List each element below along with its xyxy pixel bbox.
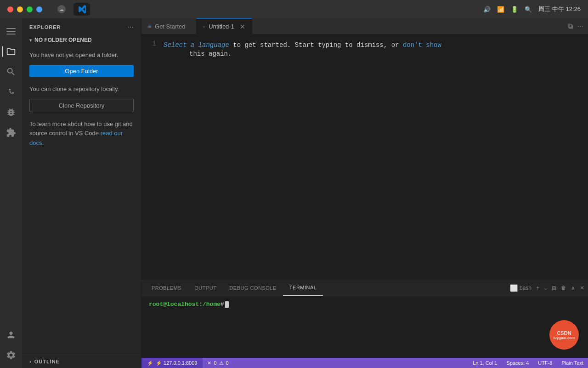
source-control-activity-icon[interactable] [2,83,20,101]
status-encoding[interactable]: UTF-8 [533,358,557,368]
tab-close-button[interactable]: ✕ [240,23,245,30]
tab-debug-console[interactable]: DEBUG CONSOLE [223,280,283,296]
tab-get-started[interactable]: ≡ Get Started [141,18,197,34]
tab-icon-untitled1: ▫ [203,23,205,30]
no-folder-header[interactable]: ▾ NO FOLDER OPENED [29,35,134,45]
terminal-actions: ⬜ bash + ⌵ ⊞ 🗑 ∧ [510,284,584,292]
close-button[interactable] [7,6,13,12]
editor-line-2: this again. [141,50,588,58]
tab-untitled1[interactable]: ▫ Untitled-1 ✕ [197,18,252,34]
activity-bar [0,18,22,368]
tab-icon-get-started: ≡ [148,23,151,29]
remote-label: ⚡ 127.0.0.1:8009 [156,360,197,366]
icloud-icon: ☁ [57,4,67,14]
terminal-prompt-user: root@localhost:/home [149,301,220,308]
sidebar-title: Explorer [29,24,61,30]
error-icon: ✕ [207,360,211,366]
tab-bar-actions: ⧉ ··· [563,18,588,34]
terminal-panel: PROBLEMS OUTPUT DEBUG CONSOLE TERMINAL ⬜… [141,280,588,358]
more-actions-icon[interactable]: ··· [577,22,583,30]
tab-label-get-started: Get Started [155,23,185,30]
extensions-activity-icon[interactable] [2,123,20,142]
titlebar-right: 🔊 📶 🔋 🔍 周三 中午 12:26 [483,5,581,13]
settings-activity-icon[interactable] [2,346,20,364]
status-errors[interactable]: ✕ 0 ⚠ 0 [203,358,233,368]
status-left: ⚡ ⚡ 127.0.0.1:8009 ✕ 0 ⚠ 0 [141,358,233,368]
sidebar-header: Explorer ··· [22,18,141,35]
terminal-add-button[interactable]: + [536,285,539,291]
close-icon: ✕ [580,285,584,291]
sound-icon: 🔊 [483,6,491,13]
chevron-right-icon: › [29,359,32,364]
position-label: Ln 1, Col 1 [473,360,497,366]
warning-icon: ⚠ [219,360,224,366]
error-count: 0 [214,360,216,366]
open-folder-button[interactable]: Open Folder [29,65,134,77]
split-editor-icon[interactable]: ⧉ [568,22,573,30]
tab-bar: ≡ Get Started ▫ Untitled-1 ✕ ⧉ ··· [141,18,588,34]
vscode-layout: Explorer ··· ▾ NO FOLDER OPENED You have… [0,18,588,368]
bash-icon: ⬜ [510,284,518,292]
terminal-content[interactable]: root@localhost:/home# [141,296,588,358]
tab-label-untitled1: Untitled-1 [209,23,234,30]
status-bar: ⚡ ⚡ 127.0.0.1:8009 ✕ 0 ⚠ 0 Ln 1, Col 1 S… [141,358,588,368]
status-spaces[interactable]: Spaces: 4 [502,358,533,368]
svg-rect-3 [6,31,16,32]
svg-rect-4 [6,34,16,34]
terminal-layout-button[interactable]: ⊞ [552,285,556,291]
editor-line-1: 1 Select a language to get started. Star… [141,40,588,50]
clone-repo-button[interactable]: Clone Repository [29,99,134,112]
terminal-bash-indicator: ⬜ bash [510,284,531,292]
csdn-sub: luyguai.com [554,336,575,340]
terminal-prompt-dollar: # [220,301,224,308]
status-remote[interactable]: ⚡ ⚡ 127.0.0.1:8009 [141,358,203,368]
sidebar-no-folder-section: ▾ NO FOLDER OPENED You have not yet open… [22,35,141,155]
select-language-link[interactable]: Select a language [164,41,229,49]
terminal-split-button[interactable]: ⌵ [544,285,547,291]
editor-area: ≡ Get Started ▫ Untitled-1 ✕ ⧉ ··· 1 Sel… [141,18,588,368]
csdn-badge: CSDN luyguai.com [549,320,579,350]
titlebar-tabs: ☁ [53,3,90,16]
outline-section: › OUTLINE [22,355,141,368]
trash-icon: 🗑 [561,285,566,291]
sidebar-actions: ··· [128,23,134,31]
titlebar-tab-icloud[interactable]: ☁ [53,3,70,16]
tab-output[interactable]: OUTPUT [188,280,223,296]
explorer-icon[interactable] [2,42,20,61]
titlebar-left: ☁ [7,3,90,16]
tab-problems[interactable]: PROBLEMS [145,280,188,296]
search-activity-icon[interactable] [2,63,20,81]
no-folder-message3: To learn more about how to use git and s… [29,120,134,148]
status-language[interactable]: Plain Text [557,358,588,368]
terminal-trash-button[interactable]: 🗑 [561,285,566,291]
remote-icon: ⚡ [147,360,153,366]
outline-header[interactable]: › OUTLINE [22,355,141,368]
status-position[interactable]: Ln 1, Col 1 [468,358,502,368]
menu-icon[interactable] [2,22,20,40]
minimize-button[interactable] [17,6,23,12]
editor-content[interactable]: 1 Select a language to get started. Star… [141,34,588,280]
layout-icon: ⊞ [552,285,556,291]
no-folder-message2: You can clone a repository locally. [29,85,134,94]
terminal-tabs: PROBLEMS OUTPUT DEBUG CONSOLE TERMINAL ⬜… [141,280,588,296]
titlebar-tab-vscode[interactable] [74,3,90,16]
search-icon-menu: 🔍 [525,6,532,13]
dont-show-link[interactable]: don't show [403,41,441,49]
chevron-down-icon: ▾ [29,38,32,43]
csdn-text: CSDN [557,330,571,336]
sidebar-more-icon[interactable]: ··· [128,23,134,31]
terminal-close-button[interactable]: ✕ [580,285,584,291]
extra-button[interactable] [36,6,42,12]
titlebar: ☁ 🔊 📶 🔋 🔍 周三 中午 12:26 [0,0,588,18]
run-debug-activity-icon[interactable] [2,103,20,121]
tab-terminal[interactable]: TERMINAL [283,280,323,296]
account-activity-icon[interactable] [2,326,20,344]
maximize-button[interactable] [27,6,33,12]
terminal-cursor [225,301,229,308]
battery-icon: 🔋 [511,6,518,13]
editor-line2-text: this again. [164,50,232,58]
editor-text-middle: to get started. Start typing to dismiss,… [229,41,403,49]
terminal-collapse-button[interactable]: ∧ [571,285,575,291]
outline-label: OUTLINE [34,359,60,364]
sidebar-content: You have not yet opened a folder. Open F… [29,45,134,155]
